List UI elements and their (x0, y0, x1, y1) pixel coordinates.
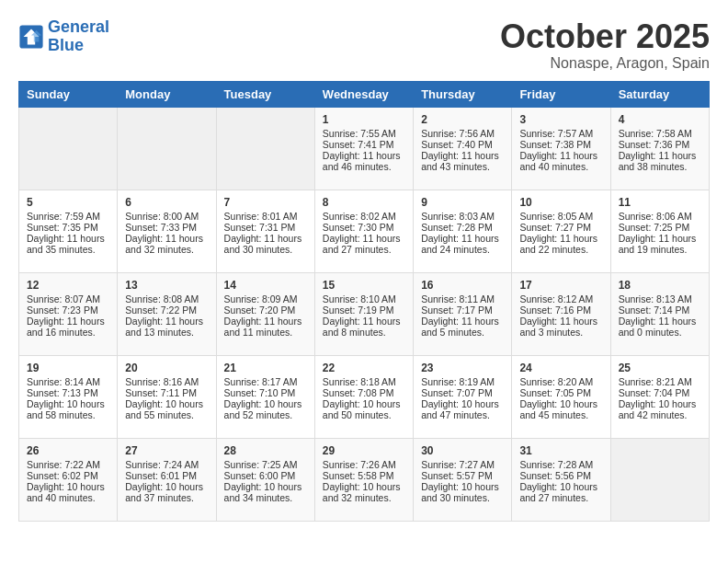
day-info: and 24 minutes. (421, 244, 504, 255)
day-info: Sunrise: 7:56 AM (421, 128, 504, 139)
day-info: Sunset: 7:40 PM (421, 139, 504, 150)
day-info: Daylight: 11 hours (224, 316, 307, 327)
title-block: October 2025 Nonaspe, Aragon, Spain (500, 18, 710, 72)
location-subtitle: Nonaspe, Aragon, Spain (500, 55, 710, 72)
day-number: 14 (224, 279, 307, 292)
weekday-header-monday: Monday (118, 81, 216, 107)
calendar-cell: 26Sunrise: 7:22 AMSunset: 6:02 PMDayligh… (19, 438, 118, 521)
day-info: Sunset: 7:36 PM (619, 139, 701, 150)
day-info: Daylight: 11 hours (421, 233, 504, 244)
day-info: Sunrise: 8:00 AM (125, 211, 208, 222)
day-info: and 34 minutes. (224, 492, 307, 503)
day-info: Sunset: 7:17 PM (421, 304, 504, 316)
day-info: Sunset: 5:56 PM (519, 470, 602, 481)
calendar-cell: 5Sunrise: 7:59 AMSunset: 7:35 PMDaylight… (19, 190, 118, 272)
day-info: Sunrise: 8:11 AM (421, 293, 504, 304)
calendar-cell: 25Sunrise: 8:21 AMSunset: 7:04 PMDayligh… (610, 355, 709, 438)
day-info: Sunset: 7:14 PM (619, 304, 701, 316)
day-info: Sunrise: 8:03 AM (421, 211, 504, 222)
day-info: Sunset: 7:11 PM (125, 387, 208, 398)
day-info: Sunset: 6:00 PM (224, 470, 307, 481)
day-info: and 30 minutes. (421, 492, 504, 503)
day-info: and 37 minutes. (125, 492, 208, 503)
day-number: 6 (125, 196, 208, 209)
day-info: Daylight: 11 hours (224, 233, 307, 244)
calendar-cell: 9Sunrise: 8:03 AMSunset: 7:28 PMDaylight… (414, 190, 512, 272)
calendar-cell: 12Sunrise: 8:07 AMSunset: 7:23 PMDayligh… (19, 272, 118, 355)
day-number: 27 (125, 444, 208, 457)
day-info: Sunset: 7:16 PM (519, 304, 602, 316)
day-number: 15 (323, 279, 405, 292)
day-info: Sunrise: 7:26 AM (323, 459, 405, 470)
day-number: 18 (619, 279, 701, 292)
day-info: and 55 minutes. (125, 409, 208, 420)
day-info: Sunrise: 8:20 AM (519, 376, 602, 387)
day-info: Sunrise: 7:59 AM (27, 211, 109, 222)
day-number: 22 (323, 362, 405, 374)
day-number: 25 (619, 362, 701, 374)
day-number: 2 (421, 113, 504, 126)
day-number: 13 (125, 279, 208, 292)
calendar-week-row: 1Sunrise: 7:55 AMSunset: 7:41 PMDaylight… (19, 107, 710, 190)
day-number: 1 (323, 113, 405, 126)
calendar-cell: 7Sunrise: 8:01 AMSunset: 7:31 PMDaylight… (216, 190, 314, 272)
calendar-cell: 24Sunrise: 8:20 AMSunset: 7:05 PMDayligh… (512, 355, 610, 438)
day-info: and 43 minutes. (421, 161, 504, 172)
calendar-cell: 20Sunrise: 8:16 AMSunset: 7:11 PMDayligh… (118, 355, 216, 438)
day-info: Sunrise: 7:55 AM (323, 128, 405, 139)
logo: General Blue (18, 18, 109, 55)
calendar-cell: 1Sunrise: 7:55 AMSunset: 7:41 PMDaylight… (314, 107, 413, 190)
day-info: Sunrise: 8:13 AM (619, 293, 701, 304)
day-info: Sunset: 7:35 PM (27, 222, 109, 233)
day-info: and 16 minutes. (27, 327, 109, 338)
day-info: and 27 minutes. (323, 244, 405, 255)
day-info: Daylight: 11 hours (323, 316, 405, 327)
day-info: and 52 minutes. (224, 409, 307, 420)
calendar-cell: 3Sunrise: 7:57 AMSunset: 7:38 PMDaylight… (512, 107, 610, 190)
weekday-header-saturday: Saturday (610, 81, 709, 107)
day-info: Sunset: 7:25 PM (619, 222, 701, 233)
calendar-cell (19, 107, 118, 190)
calendar-cell: 23Sunrise: 8:19 AMSunset: 7:07 PMDayligh… (414, 355, 512, 438)
day-info: Sunrise: 8:07 AM (27, 293, 109, 304)
day-number: 28 (224, 444, 307, 457)
day-info: Daylight: 11 hours (519, 316, 602, 327)
calendar-cell: 21Sunrise: 8:17 AMSunset: 7:10 PMDayligh… (216, 355, 314, 438)
day-info: and 22 minutes. (519, 244, 602, 255)
day-info: Sunset: 7:30 PM (323, 222, 405, 233)
day-info: Sunset: 5:58 PM (323, 470, 405, 481)
day-info: and 50 minutes. (323, 409, 405, 420)
day-info: and 30 minutes. (224, 244, 307, 255)
day-info: Sunrise: 7:24 AM (125, 459, 208, 470)
day-info: Daylight: 10 hours (224, 398, 307, 409)
day-info: Daylight: 11 hours (619, 316, 701, 327)
day-number: 4 (619, 113, 701, 126)
day-info: and 32 minutes. (125, 244, 208, 255)
day-info: Sunset: 7:19 PM (323, 304, 405, 316)
day-info: Sunrise: 7:22 AM (27, 459, 109, 470)
day-info: Sunset: 7:33 PM (125, 222, 208, 233)
day-info: Sunset: 7:20 PM (224, 304, 307, 316)
day-info: Sunrise: 7:27 AM (421, 459, 504, 470)
day-info: Sunrise: 8:16 AM (125, 376, 208, 387)
day-info: Sunset: 7:13 PM (27, 387, 109, 398)
calendar-cell: 28Sunrise: 7:25 AMSunset: 6:00 PMDayligh… (216, 438, 314, 521)
day-info: Sunset: 7:04 PM (619, 387, 701, 398)
day-info: Sunrise: 7:58 AM (619, 128, 701, 139)
day-number: 29 (323, 444, 405, 457)
day-info: Sunrise: 8:09 AM (224, 293, 307, 304)
day-info: Daylight: 10 hours (519, 398, 602, 409)
day-info: Sunset: 7:31 PM (224, 222, 307, 233)
day-info: Sunset: 7:28 PM (421, 222, 504, 233)
calendar-week-row: 26Sunrise: 7:22 AMSunset: 6:02 PMDayligh… (19, 438, 710, 521)
page-header: General Blue October 2025 Nonaspe, Arago… (18, 18, 710, 72)
day-number: 10 (519, 196, 602, 209)
day-info: and 42 minutes. (619, 409, 701, 420)
day-info: Sunset: 6:01 PM (125, 470, 208, 481)
day-number: 8 (323, 196, 405, 209)
day-info: Daylight: 10 hours (421, 398, 504, 409)
weekday-header-tuesday: Tuesday (216, 81, 314, 107)
day-info: and 5 minutes. (421, 327, 504, 338)
day-number: 9 (421, 196, 504, 209)
day-info: and 27 minutes. (519, 492, 602, 503)
